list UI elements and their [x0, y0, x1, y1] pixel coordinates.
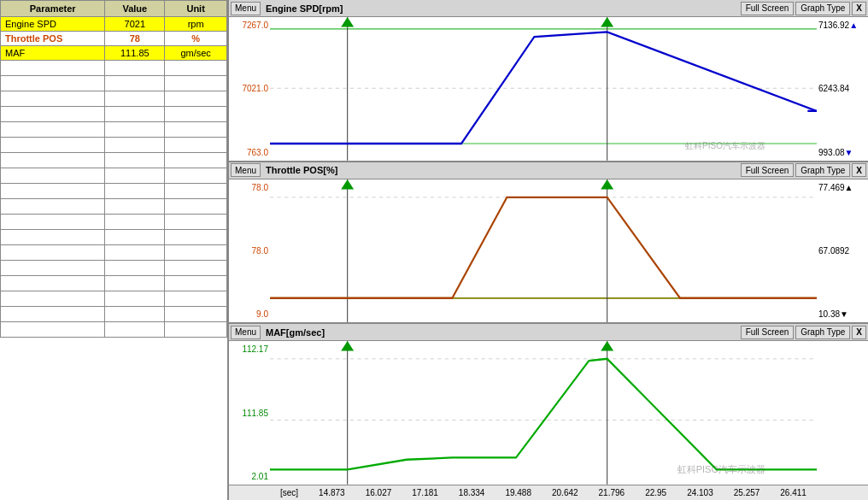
maf-svg [270, 341, 817, 485]
engine-spd-fullscreen-button[interactable]: Full Screen [741, 2, 795, 15]
param-value-maf: 111.85 [105, 46, 165, 61]
throttle-pos-rtop: 77.469 [818, 183, 845, 192]
engine-spd-ymid: 7021.0 [231, 84, 268, 93]
engine-spd-panel: Menu Engine SPD[rpm] Full Screen Graph T… [229, 0, 868, 162]
svg-marker-18 [341, 341, 354, 351]
empty-row [1, 291, 227, 307]
throttle-pos-svg [270, 179, 817, 323]
throttle-pos-header: Menu Throttle POS[%] Full Screen Graph T… [229, 162, 868, 179]
throttle-pos-fullscreen-button[interactable]: Full Screen [741, 163, 795, 177]
maf-ytop: 112.17 [231, 344, 268, 354]
parameter-table: Parameter Value Unit Engine SPD7021rpmTh… [0, 0, 227, 338]
col-header-parameter: Parameter [1, 1, 105, 17]
engine-spd-rbot: 993.08 [818, 148, 845, 157]
param-name-engine-spd: Engine SPD [1, 17, 105, 32]
time-label-3: 17.181 [412, 488, 438, 497]
engine-spd-menu-button[interactable]: Menu [231, 2, 261, 15]
engine-spd-title: Engine SPD[rpm] [262, 3, 739, 14]
maf-header: Menu MAF[gm/sec] Full Screen Graph Type … [229, 324, 868, 341]
maf-yaxis: 112.17 111.85 2.01 [229, 341, 270, 485]
engine-spd-rmid: 6243.84 [818, 84, 866, 93]
empty-row [1, 322, 227, 338]
maf-close-button[interactable]: X [852, 326, 866, 339]
throttle-pos-rmid: 67.0892 [818, 246, 866, 256]
svg-marker-5 [341, 17, 354, 27]
empty-row [1, 245, 227, 261]
throttle-pos-title: Throttle POS[%] [262, 165, 739, 175]
col-header-value: Value [105, 1, 165, 17]
time-label-11: 26.411 [780, 488, 806, 497]
maf-ybot: 2.01 [231, 472, 268, 481]
maf-panel: Menu MAF[gm/sec] Full Screen Graph Type … [229, 324, 868, 485]
engine-spd-svg [270, 17, 817, 161]
time-labels: [sec]14.87316.02717.18118.33419.48820.64… [270, 488, 868, 497]
svg-marker-6 [601, 17, 613, 27]
engine-spd-yaxis: 7267.0 7021.0 763.0 [229, 17, 270, 161]
empty-row [1, 168, 227, 184]
engine-spd-close-button[interactable]: X [852, 2, 866, 15]
empty-row [1, 138, 227, 153]
param-value-engine-spd: 7021 [105, 17, 165, 32]
time-label-7: 21.796 [599, 488, 625, 497]
left-panel: Parameter Value Unit Engine SPD7021rpmTh… [0, 0, 229, 500]
param-name-maf: MAF [1, 46, 105, 61]
time-axis: [sec]14.87316.02717.18118.33419.48820.64… [229, 485, 868, 500]
engine-spd-rtop: 7136.92 [818, 21, 849, 30]
param-row-engine-spd: Engine SPD7021rpm [1, 17, 227, 32]
param-unit-throttle-pos: % [165, 32, 227, 46]
param-unit-engine-spd: rpm [165, 17, 227, 32]
time-label-5: 19.488 [505, 488, 531, 497]
empty-row [1, 107, 227, 122]
throttle-pos-rbot: 10.38 [818, 309, 840, 319]
maf-fullscreen-button[interactable]: Full Screen [741, 326, 795, 339]
maf-graphtype-button[interactable]: Graph Type [795, 326, 850, 339]
param-row-throttle-pos: Throttle POS78% [1, 32, 227, 46]
param-value-throttle-pos: 78 [105, 32, 165, 46]
time-label-10: 25.257 [734, 488, 760, 497]
maf-raxis [817, 341, 868, 485]
time-label-0: [sec] [280, 488, 298, 497]
empty-row [1, 261, 227, 276]
empty-row [1, 199, 227, 215]
engine-spd-header: Menu Engine SPD[rpm] Full Screen Graph T… [229, 0, 868, 17]
engine-spd-area: 虹科PISO汽车示波器 [270, 17, 817, 161]
param-row-maf: MAF111.85gm/sec [1, 46, 227, 61]
right-panel: Menu Engine SPD[rpm] Full Screen Graph T… [229, 0, 868, 500]
param-name-throttle-pos: Throttle POS [1, 32, 105, 46]
empty-row [1, 215, 227, 230]
empty-row [1, 230, 227, 245]
svg-marker-13 [601, 179, 613, 190]
throttle-pos-close-button[interactable]: X [852, 163, 866, 177]
throttle-pos-yaxis: 78.0 78.0 9.0 [229, 179, 270, 323]
maf-ymid: 111.85 [231, 409, 268, 418]
throttle-pos-panel: Menu Throttle POS[%] Full Screen Graph T… [229, 162, 868, 325]
empty-row [1, 307, 227, 322]
empty-row [1, 276, 227, 291]
empty-row [1, 153, 227, 168]
throttle-pos-menu-button[interactable]: Menu [231, 163, 261, 177]
maf-title: MAF[gm/sec] [262, 327, 739, 338]
time-label-2: 16.027 [366, 488, 392, 497]
maf-area: 虹科PISO汽车示波器 [270, 341, 817, 485]
throttle-pos-graphtype-button[interactable]: Graph Type [795, 163, 850, 177]
time-label-8: 22.95 [645, 488, 666, 497]
empty-row [1, 122, 227, 138]
engine-spd-graphtype-button[interactable]: Graph Type [795, 2, 850, 15]
throttle-pos-raxis: 77.469▲ 67.0892 10.38▼ [817, 179, 868, 323]
maf-body: 112.17 111.85 2.01 虹科PI [229, 341, 868, 485]
throttle-pos-ybot: 9.0 [231, 309, 268, 319]
engine-spd-raxis: 7136.92▲ 6243.84 993.08▼ [817, 17, 868, 161]
throttle-pos-ymid: 78.0 [231, 246, 268, 256]
throttle-pos-area [270, 179, 817, 323]
throttle-pos-ytop: 78.0 [231, 183, 268, 192]
engine-spd-ytop: 7267.0 [231, 21, 268, 30]
time-label-9: 24.103 [687, 488, 713, 497]
empty-row [1, 91, 227, 107]
time-label-4: 18.334 [459, 488, 485, 497]
maf-menu-button[interactable]: Menu [231, 326, 261, 339]
empty-row [1, 184, 227, 199]
col-header-unit: Unit [165, 1, 227, 17]
svg-marker-12 [341, 179, 354, 190]
engine-spd-ybot: 763.0 [231, 148, 268, 157]
time-label-1: 14.873 [319, 488, 345, 497]
